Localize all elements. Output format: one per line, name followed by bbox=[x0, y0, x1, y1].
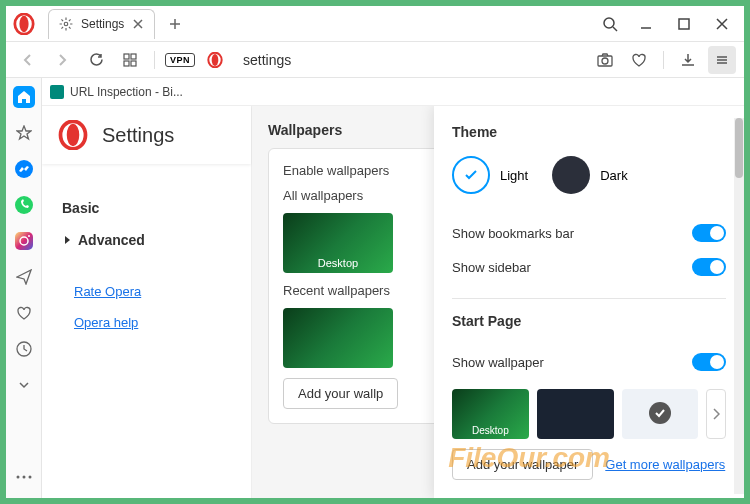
svg-point-12 bbox=[602, 58, 608, 64]
tab-settings[interactable]: Settings bbox=[48, 9, 155, 39]
maximize-button[interactable] bbox=[666, 6, 702, 42]
svg-point-10 bbox=[212, 54, 219, 66]
dark-circle-icon bbox=[552, 156, 590, 194]
svg-rect-8 bbox=[131, 61, 136, 66]
start-page-heading: Start Page bbox=[452, 313, 726, 329]
history-icon[interactable] bbox=[13, 338, 35, 360]
close-icon[interactable] bbox=[132, 18, 144, 30]
whatsapp-icon[interactable] bbox=[13, 194, 35, 216]
home-icon[interactable] bbox=[13, 86, 35, 108]
rate-opera-link[interactable]: Rate Opera bbox=[58, 276, 235, 307]
search-button[interactable] bbox=[592, 6, 628, 42]
forward-button[interactable] bbox=[48, 46, 76, 74]
easy-setup-button[interactable] bbox=[708, 46, 736, 74]
nav-advanced[interactable]: Advanced bbox=[58, 224, 235, 256]
minimize-button[interactable] bbox=[628, 6, 664, 42]
check-icon bbox=[649, 402, 671, 424]
toggle-switch[interactable] bbox=[692, 224, 726, 242]
heart-sidebar-icon[interactable] bbox=[13, 302, 35, 324]
show-bookmarks-toggle: Show bookmarks bar bbox=[452, 216, 726, 250]
easy-setup-panel: Theme Light Dark Show bookmarks bar bbox=[434, 106, 744, 498]
svg-point-23 bbox=[67, 124, 80, 147]
wallpaper-thumbnail[interactable] bbox=[283, 308, 393, 368]
wallpaper-picker: Desktop bbox=[452, 389, 726, 439]
divider bbox=[663, 51, 664, 69]
messenger-icon[interactable] bbox=[13, 158, 35, 180]
show-sidebar-toggle: Show sidebar bbox=[452, 250, 726, 284]
svg-point-1 bbox=[19, 15, 28, 32]
svg-rect-5 bbox=[124, 54, 129, 59]
theme-selector: Light Dark bbox=[452, 156, 726, 194]
divider bbox=[154, 51, 155, 69]
svg-point-21 bbox=[28, 476, 31, 479]
next-wallpapers-button[interactable] bbox=[706, 389, 726, 439]
theme-heading: Theme bbox=[452, 124, 726, 140]
send-icon[interactable] bbox=[13, 266, 35, 288]
divider bbox=[452, 298, 726, 299]
new-tab-button[interactable] bbox=[163, 12, 187, 36]
add-wallpaper-button[interactable]: Add your wallpaper bbox=[452, 449, 593, 480]
wallpaper-option-selected[interactable] bbox=[622, 389, 699, 439]
titlebar: Settings bbox=[6, 6, 744, 42]
theme-dark[interactable]: Dark bbox=[552, 156, 627, 194]
wallpaper-option[interactable]: Desktop bbox=[452, 389, 529, 439]
bookmarks-icon[interactable] bbox=[13, 122, 35, 144]
svg-rect-15 bbox=[15, 232, 33, 250]
toggle-switch[interactable] bbox=[692, 258, 726, 276]
bigger-tiles-row: Use bigger tiles bbox=[452, 490, 726, 498]
browser-window: Settings VPN settings bbox=[6, 6, 744, 498]
show-wallpaper-toggle: Show wallpaper bbox=[452, 345, 726, 379]
close-button[interactable] bbox=[704, 6, 740, 42]
gear-icon bbox=[59, 17, 73, 31]
bookmark-bar: URL Inspection - Bi... bbox=[42, 78, 744, 106]
svg-point-17 bbox=[28, 235, 30, 237]
settings-nav: Basic Advanced Rate Opera Opera help bbox=[42, 164, 251, 366]
svg-point-20 bbox=[22, 476, 25, 479]
check-icon bbox=[452, 156, 490, 194]
wallpaper-thumbnail[interactable]: Desktop bbox=[283, 213, 393, 273]
opera-menu-button[interactable] bbox=[6, 6, 42, 42]
toggle-switch[interactable] bbox=[692, 353, 726, 371]
opera-help-link[interactable]: Opera help bbox=[58, 307, 235, 338]
opera-icon bbox=[201, 46, 229, 74]
svg-rect-7 bbox=[124, 61, 129, 66]
heart-button[interactable] bbox=[625, 46, 653, 74]
more-icon[interactable] bbox=[13, 466, 35, 488]
tab-title: Settings bbox=[81, 17, 124, 31]
back-button[interactable] bbox=[14, 46, 42, 74]
svg-point-2 bbox=[64, 22, 68, 26]
svg-point-19 bbox=[16, 476, 19, 479]
page-title: Settings bbox=[102, 124, 174, 147]
add-wallpaper-button[interactable]: Add your wallp bbox=[283, 378, 398, 409]
wallpaper-actions: Add your wallpaper Get more wallpapers bbox=[452, 449, 726, 480]
address-bar[interactable]: settings bbox=[235, 52, 585, 68]
caret-right-icon bbox=[62, 235, 72, 245]
downloads-button[interactable] bbox=[674, 46, 702, 74]
theme-light[interactable]: Light bbox=[452, 156, 528, 194]
scrollbar-track[interactable] bbox=[734, 118, 744, 494]
chevron-down-icon[interactable] bbox=[13, 374, 35, 396]
content-area: URL Inspection - Bi... Settings Basic Ad… bbox=[42, 78, 744, 498]
settings-header: Settings bbox=[42, 106, 251, 164]
main-area: URL Inspection - Bi... Settings Basic Ad… bbox=[6, 78, 744, 498]
settings-body: Settings Basic Advanced Rate Opera Opera… bbox=[42, 106, 744, 498]
speed-dial-button[interactable] bbox=[116, 46, 144, 74]
bookmark-item[interactable]: URL Inspection - Bi... bbox=[70, 85, 183, 99]
sidebar bbox=[6, 78, 42, 498]
snapshot-button[interactable] bbox=[591, 46, 619, 74]
nav-basic[interactable]: Basic bbox=[58, 192, 235, 224]
scrollbar-thumb[interactable] bbox=[735, 118, 743, 178]
svg-point-3 bbox=[604, 18, 614, 28]
bing-icon bbox=[50, 85, 64, 99]
wallpaper-option[interactable] bbox=[537, 389, 614, 439]
opera-logo-icon bbox=[58, 120, 88, 150]
svg-rect-6 bbox=[131, 54, 136, 59]
svg-rect-4 bbox=[679, 19, 689, 29]
get-more-wallpapers-link[interactable]: Get more wallpapers bbox=[605, 457, 725, 472]
instagram-icon[interactable] bbox=[13, 230, 35, 252]
vpn-badge[interactable]: VPN bbox=[165, 53, 195, 67]
reload-button[interactable] bbox=[82, 46, 110, 74]
window-controls bbox=[628, 6, 744, 42]
settings-sidebar: Settings Basic Advanced Rate Opera Opera… bbox=[42, 106, 252, 498]
toolbar: VPN settings bbox=[6, 42, 744, 78]
